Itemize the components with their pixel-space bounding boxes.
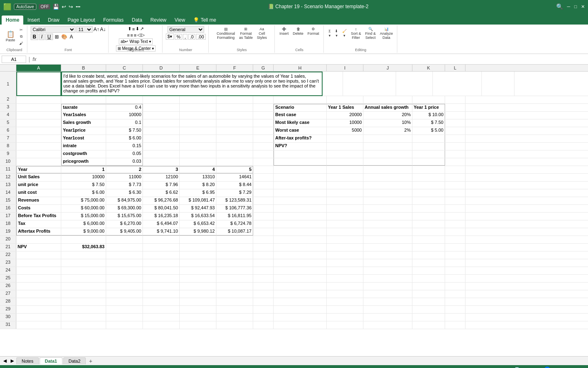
cell-i19[interactable] <box>327 228 363 236</box>
cell-j8[interactable] <box>363 143 412 150</box>
cell-a13[interactable]: unit price <box>16 182 61 189</box>
cell-l9[interactable] <box>445 150 466 158</box>
cell-a21[interactable]: NPV <box>16 244 61 251</box>
cell-l21[interactable] <box>445 244 466 251</box>
add-sheet-button[interactable]: + <box>87 357 95 365</box>
cell-i7[interactable] <box>327 135 363 142</box>
cell-k9[interactable] <box>412 150 445 158</box>
tab-view[interactable]: View <box>171 16 189 25</box>
cell-l13[interactable] <box>445 182 466 189</box>
paste-button[interactable]: 📋 Paste <box>4 30 17 43</box>
cell-d20[interactable] <box>143 236 180 243</box>
redo-icon[interactable]: ↪ <box>69 4 73 10</box>
sheet-tab-notes[interactable]: Notes <box>16 357 39 364</box>
cell-c11[interactable]: 2 <box>106 166 143 173</box>
cell-c5[interactable]: 0.1 <box>106 119 143 127</box>
cell-f10[interactable] <box>216 158 253 166</box>
font-family-select[interactable]: Calibri <box>31 26 76 33</box>
cell-k2[interactable] <box>412 96 445 103</box>
cell-c16[interactable]: $ 69,300.00 <box>106 205 143 212</box>
cell-k4[interactable]: $ 10.00 <box>412 112 445 119</box>
comma-icon[interactable]: , <box>183 34 187 40</box>
delete-button[interactable]: 🗑 Delete <box>291 26 305 36</box>
cell-j6[interactable]: 2% <box>363 127 412 135</box>
cell-f4[interactable] <box>216 112 253 119</box>
cell-f12[interactable]: 14641 <box>216 174 253 181</box>
cell-k14[interactable] <box>412 189 445 197</box>
cell-a9[interactable] <box>16 150 61 158</box>
col-header-k[interactable]: K <box>412 65 445 71</box>
cell-c6[interactable]: $ 7.50 <box>106 127 143 135</box>
formula-input[interactable]: I'd like to create best, worst, and most… <box>38 56 586 63</box>
cell-i6[interactable]: 5000 <box>327 127 363 135</box>
cell-a2[interactable] <box>16 96 61 103</box>
cell-e11[interactable]: 4 <box>180 166 216 173</box>
cell-g15[interactable] <box>253 197 274 204</box>
cell-g14[interactable] <box>253 189 274 197</box>
cell-a6[interactable] <box>16 127 61 135</box>
cell-d18[interactable]: $ 6,494.07 <box>143 220 180 228</box>
cell-b20[interactable] <box>61 236 106 243</box>
increase-indent-icon[interactable]: ▷ <box>141 32 145 38</box>
cell-l8[interactable] <box>445 143 466 150</box>
align-bottom-icon[interactable]: ⬇ <box>136 26 139 31</box>
cell-k10[interactable] <box>412 158 445 166</box>
cell-c2[interactable] <box>106 96 143 103</box>
cell-l15[interactable] <box>445 197 466 204</box>
italic-button[interactable]: I <box>39 34 45 40</box>
cell-g11[interactable] <box>253 166 274 173</box>
cell-a19[interactable]: Aftertax Profits <box>16 228 61 236</box>
cell-h17[interactable] <box>274 213 327 220</box>
cell-b10[interactable]: pricegrowth <box>61 158 106 166</box>
cell-j15[interactable] <box>363 197 412 204</box>
decrease-font-icon[interactable]: A↓ <box>100 27 106 32</box>
cell-k19[interactable] <box>412 228 445 236</box>
cell-k17[interactable] <box>412 213 445 220</box>
cell-b19[interactable]: $ 9,000.00 <box>61 228 106 236</box>
cell-d7[interactable] <box>143 135 180 142</box>
cell-b16[interactable]: $ 60,000.00 <box>61 205 106 212</box>
cell-g20[interactable] <box>253 236 274 243</box>
cell-d10[interactable] <box>143 158 180 166</box>
cell-d5[interactable] <box>143 119 180 127</box>
cell-e15[interactable]: $ 109,081.47 <box>180 197 216 204</box>
cell-l16[interactable] <box>445 205 466 212</box>
cell-g16[interactable] <box>253 205 274 212</box>
more-icon[interactable]: ••• <box>76 4 80 9</box>
cell-h16[interactable] <box>274 205 327 212</box>
format-as-table-button[interactable]: ⊞ Formatas Table <box>238 26 254 40</box>
tab-data[interactable]: Data <box>128 16 146 25</box>
cell-a1[interactable] <box>16 72 61 96</box>
cell-d17[interactable]: $ 16,235.18 <box>143 213 180 220</box>
cell-j11[interactable] <box>363 166 412 173</box>
fill-button[interactable]: ⬇ ▾ <box>333 28 340 38</box>
cell-l12[interactable] <box>445 174 466 181</box>
cell-k5[interactable]: $ 7.50 <box>412 119 445 127</box>
col-header-i[interactable]: I <box>327 65 363 71</box>
cell-reference-input[interactable] <box>2 56 26 63</box>
cell-l2[interactable] <box>445 96 466 103</box>
cell-a15[interactable]: Revenues <box>16 197 61 204</box>
zoom-slider[interactable] <box>535 366 567 368</box>
cell-d2[interactable] <box>143 96 180 103</box>
cell-l11[interactable] <box>445 166 466 173</box>
insert-button[interactable]: ➕ Insert <box>278 26 291 36</box>
tab-insert[interactable]: Insert <box>23 16 44 25</box>
cell-j20[interactable] <box>363 236 412 243</box>
scroll-left-icon[interactable]: ◀ <box>2 358 8 364</box>
sheet-tab-data1[interactable]: Data1 <box>40 357 62 364</box>
cell-i4[interactable]: 20000 <box>327 112 363 119</box>
cell-j19[interactable] <box>363 228 412 236</box>
cell-j16[interactable] <box>363 205 412 212</box>
cell-a1-content[interactable]: I'd like to create best, worst, and most… <box>61 72 323 96</box>
col-header-h[interactable]: H <box>274 65 327 71</box>
cell-g17[interactable] <box>253 213 274 220</box>
cell-k21[interactable] <box>412 244 445 251</box>
cell-h19[interactable] <box>274 228 327 236</box>
cell-e7[interactable] <box>180 135 216 142</box>
cell-i16[interactable] <box>327 205 363 212</box>
cell-f9[interactable] <box>216 150 253 158</box>
align-center-icon[interactable]: ≡ <box>130 33 133 38</box>
cell-g12[interactable] <box>253 174 274 181</box>
cell-c4[interactable]: 10000 <box>106 112 143 119</box>
